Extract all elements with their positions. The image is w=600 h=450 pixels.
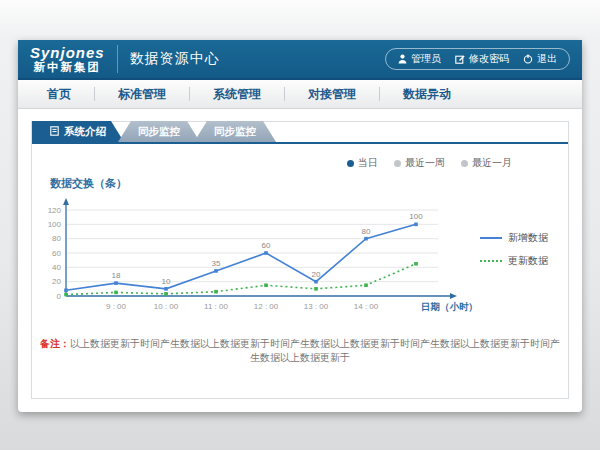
radio-last-week[interactable]: 最近一周 [394,156,445,170]
tab-sync-monitor-2[interactable]: 同步监控 [194,121,276,142]
logout-button[interactable]: 退出 [523,52,557,66]
svg-text:13 : 00: 13 : 00 [304,302,329,311]
user-button[interactable]: 管理员 [398,52,441,66]
document-icon [50,126,59,138]
app-window: Synjones 新中新集团 数据资源中心 管理员 修改密码 退出 [18,40,582,412]
legend-item-updated-data: 更新数据 [480,254,560,268]
line-chart: 0204060801001209 : 0010 : 0011 : 0012 : … [40,193,480,315]
legend-swatch-solid-line [480,237,502,239]
svg-text:12 : 00: 12 : 00 [254,302,279,311]
tab-label: 同步监控 [214,125,256,139]
chart-legend: 新增数据 更新数据 [480,231,560,268]
legend-swatch-dotted-line [480,260,502,262]
svg-text:10: 10 [162,277,171,286]
tab-system-intro[interactable]: 系统介绍 [32,121,124,142]
svg-text:20: 20 [52,277,61,286]
radio-label: 当日 [358,156,378,170]
legend-label: 新增数据 [508,231,548,245]
change-password-label: 修改密码 [469,52,509,66]
radio-dot [394,160,401,167]
nav-item-home[interactable]: 首页 [24,87,95,101]
tab-label: 同步监控 [138,125,180,139]
radio-dot [347,160,354,167]
edit-icon [455,54,465,64]
svg-text:14 : 00: 14 : 00 [354,302,379,311]
user-controls: 管理员 修改密码 退出 [385,48,570,70]
chart-y-axis-title: 数据交换（条） [50,176,560,191]
user-label: 管理员 [411,52,441,66]
nav-item-interface-mgmt[interactable]: 对接管理 [285,87,380,101]
content-area: 系统介绍 同步监控 同步监控 当日 最近一周 [18,109,582,399]
svg-text:9 : 00: 9 : 00 [106,302,127,311]
power-icon [523,54,533,64]
svg-text:35: 35 [212,259,221,268]
svg-text:60: 60 [52,249,61,258]
logout-label: 退出 [537,52,557,66]
svg-text:40: 40 [52,263,61,272]
note-text: 以上数据更新于时间产生数据以上数据更新于时间产生数据以上数据更新于时间产生数据以… [70,338,560,363]
logo-primary: Synjones [30,45,105,61]
svg-text:60: 60 [262,241,271,250]
svg-text:10 : 00: 10 : 00 [154,302,179,311]
radio-last-month[interactable]: 最近一月 [461,156,512,170]
user-icon [398,54,407,64]
change-password-button[interactable]: 修改密码 [455,52,509,66]
radio-dot [461,160,468,167]
svg-text:20: 20 [312,270,321,279]
svg-text:0: 0 [57,292,62,301]
filter-group: 当日 最近一周 最近一月 [40,152,560,172]
svg-text:120: 120 [48,206,62,215]
chart-panel: 当日 最近一周 最近一月 数据交换（条） 0204060801001209 : … [32,144,568,365]
nav-item-standard-mgmt[interactable]: 标准管理 [95,87,190,101]
chart-row: 0204060801001209 : 0010 : 0011 : 0012 : … [40,193,560,315]
tab-sync-monitor-1[interactable]: 同步监控 [118,121,200,142]
nav-item-data-change[interactable]: 数据异动 [380,87,474,101]
radio-label: 最近一月 [472,156,512,170]
nav-item-system-mgmt[interactable]: 系统管理 [190,87,285,101]
radio-label: 最近一周 [405,156,445,170]
logo-secondary: 新中新集团 [30,61,105,73]
main-nav: 首页 标准管理 系统管理 对接管理 数据异动 [18,80,582,109]
svg-text:100: 100 [48,220,62,229]
app-header: Synjones 新中新集团 数据资源中心 管理员 修改密码 退出 [18,40,582,80]
svg-text:100: 100 [409,212,423,221]
legend-label: 更新数据 [508,254,548,268]
svg-text:80: 80 [362,227,371,236]
radio-today[interactable]: 当日 [347,156,378,170]
footer-note: 备注：以上数据更新于时间产生数据以上数据更新于时间产生数据以上数据更新于时间产生… [40,337,560,365]
note-prefix: 备注： [40,338,70,349]
svg-text:18: 18 [112,271,121,280]
svg-text:日期（小时）: 日期（小时） [421,301,478,313]
tab-label: 系统介绍 [64,125,106,139]
svg-text:80: 80 [52,234,61,243]
svg-text:11 : 00: 11 : 00 [204,302,228,311]
app-title: 数据资源中心 [130,50,220,68]
brand-logo: Synjones 新中新集团 [30,45,118,73]
legend-item-new-data: 新增数据 [480,231,560,245]
content-card: 系统介绍 同步监控 同步监控 当日 最近一周 [31,121,569,399]
tab-bar: 系统介绍 同步监控 同步监控 [32,122,568,144]
